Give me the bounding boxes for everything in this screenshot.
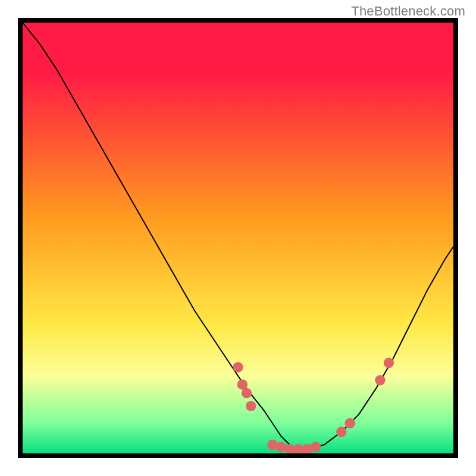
chart-frame	[18, 18, 458, 458]
data-dot	[267, 440, 277, 450]
data-dot	[233, 362, 243, 372]
data-dot	[242, 388, 252, 398]
attribution-text: TheBottleneck.com	[351, 4, 465, 19]
data-dot	[375, 375, 385, 385]
data-dot	[336, 427, 346, 437]
data-dot	[276, 441, 286, 452]
data-dot	[246, 401, 256, 411]
data-dot	[302, 444, 312, 453]
data-dot	[384, 358, 394, 368]
data-dot	[311, 441, 321, 452]
data-dot	[345, 418, 355, 428]
bottleneck-chart	[23, 23, 453, 453]
dot-layer	[233, 358, 394, 453]
